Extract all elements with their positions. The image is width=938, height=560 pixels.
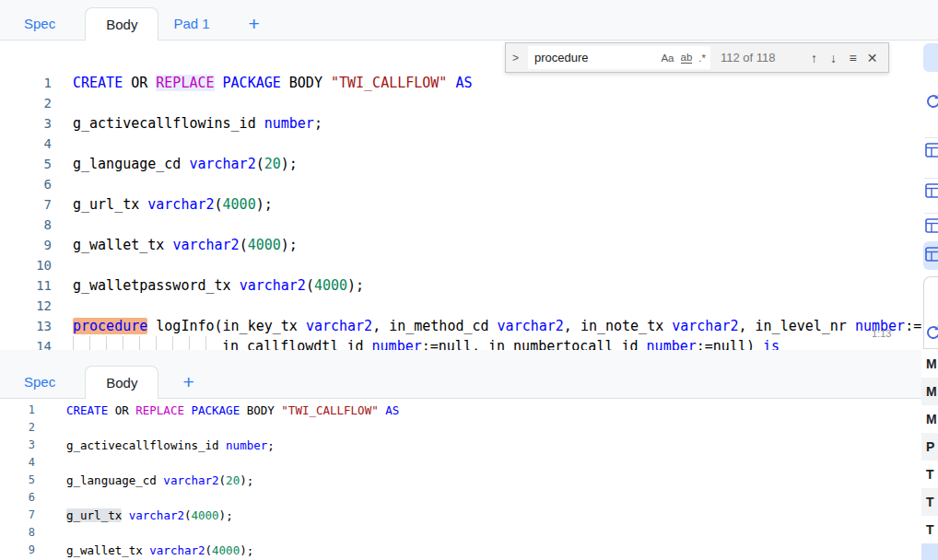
code-line: 1CREATE OR REPLACE PACKAGE BODY "TWI_CAL… — [0, 402, 921, 419]
line-number: 7 — [0, 507, 35, 524]
find-match-highlight: procedure — [73, 318, 147, 334]
right-rail-header — [921, 0, 938, 41]
cursor-position-indicator: 1:13 — [872, 328, 891, 339]
toggle-replace-button[interactable]: > — [512, 52, 526, 64]
line-number: 9 — [0, 542, 35, 559]
code-text: CREATE OR REPLACE PACKAGE BODY "TWI_CALL… — [66, 402, 399, 419]
code-line: 9g_wallet_tx varchar2(4000); — [0, 542, 921, 559]
table-icon[interactable] — [925, 183, 938, 198]
code-text: in_callflowdtl_id number:=null, in_numbe… — [73, 336, 780, 350]
code-line: 8 — [0, 215, 921, 235]
code-line: 5g_language_cd varchar2(20); — [0, 472, 921, 489]
code-line: 7g_url_tx varchar2(4000); — [0, 194, 921, 215]
line-number: 8 — [0, 215, 52, 235]
sync-icon[interactable] — [925, 324, 938, 341]
object-list-item-selected[interactable] — [921, 543, 938, 560]
object-list-item[interactable]: T — [921, 488, 938, 516]
code-text: g_url_tx varchar2(4000); — [66, 507, 233, 524]
line-number: 12 — [0, 296, 52, 316]
rail-selected-item[interactable] — [923, 43, 938, 72]
line-number: 2 — [0, 419, 35, 437]
code-line: 10 — [0, 255, 921, 275]
object-list-item[interactable]: M — [921, 378, 938, 405]
line-number: 13 — [0, 316, 52, 336]
code-text: g_wallet_tx varchar2(4000); — [73, 235, 298, 255]
code-line: 7g_url_tx varchar2(4000); — [0, 507, 921, 524]
tab-spec[interactable]: Spec — [9, 7, 70, 40]
find-in-selection-button[interactable]: ≡ — [843, 48, 862, 67]
code-line: 12 — [0, 296, 921, 316]
code-text: CREATE OR REPLACE PACKAGE BODY "TWI_CALL… — [73, 73, 473, 93]
code-line: 3g_activecallflowins_id number; — [0, 113, 921, 134]
bottom-tab-bar: SpecBody+ — [0, 350, 921, 399]
code-line: 9g_wallet_tx varchar2(4000); — [0, 235, 921, 255]
right-rail: MMMPTTT — [921, 0, 938, 560]
line-number: 1 — [0, 73, 52, 93]
line-number: 5 — [0, 472, 35, 489]
find-query-text: procedure — [534, 51, 654, 64]
next-match-button[interactable]: ↓ — [824, 48, 843, 67]
code-line: 6 — [0, 174, 921, 194]
code-line: 4 — [0, 134, 921, 154]
code-line: 5g_language_cd varchar2(20); — [0, 154, 921, 174]
code-text: g_walletpassword_tx varchar2(4000); — [73, 275, 364, 296]
object-list: MMMPTTT — [921, 350, 938, 560]
code-line: 3g_activecallflowins_id number; — [0, 437, 921, 454]
find-results-count: 112 of 118 — [721, 51, 776, 64]
bottom-code-area: 1CREATE OR REPLACE PACKAGE BODY "TWI_CAL… — [0, 402, 921, 559]
previous-match-button[interactable]: ↑ — [804, 48, 824, 67]
new-tab-button[interactable]: + — [170, 369, 206, 398]
close-find-button[interactable]: ✕ — [862, 48, 882, 67]
bottom-editor-pane[interactable]: 1CREATE OR REPLACE PACKAGE BODY "TWI_CAL… — [0, 399, 921, 560]
code-line: 14in_callflowdtl_id number:=null, in_num… — [0, 336, 921, 350]
line-number: 5 — [0, 154, 52, 174]
app-window: { "colors": { "accent_blue": "#2f7bf2", … — [0, 0, 938, 560]
refresh-icon[interactable] — [925, 93, 938, 110]
regex-icon[interactable]: .* — [698, 52, 706, 64]
line-number: 1 — [0, 402, 35, 419]
tab-spec[interactable]: Spec — [9, 366, 70, 398]
match-case-icon[interactable]: Aa — [661, 52, 674, 64]
code-line: 4 — [0, 454, 921, 472]
find-input[interactable]: procedure Aa ab .* — [528, 46, 710, 69]
object-list-item[interactable]: M — [921, 405, 938, 433]
code-line: 11g_walletpassword_tx varchar2(4000); — [0, 275, 921, 296]
tab-body[interactable]: Body — [85, 366, 158, 399]
table-icon[interactable] — [925, 143, 938, 158]
object-list-item[interactable]: M — [921, 350, 938, 378]
line-number: 2 — [0, 93, 52, 113]
indent-guides — [73, 336, 222, 350]
code-line: 8 — [0, 524, 921, 542]
line-number: 11 — [0, 275, 52, 296]
top-editor-pane[interactable]: 1CREATE OR REPLACE PACKAGE BODY "TWI_CAL… — [0, 41, 921, 350]
code-line: 1CREATE OR REPLACE PACKAGE BODY "TWI_CAL… — [0, 73, 921, 93]
object-list-item[interactable]: T — [921, 461, 938, 488]
line-number: 7 — [0, 194, 52, 215]
code-text: g_activecallflowins_id number; — [73, 113, 322, 134]
line-number: 3 — [0, 113, 52, 134]
new-tab-button[interactable]: + — [236, 11, 273, 40]
code-line: 13procedure logInfo(in_key_tx varchar2, … — [0, 316, 921, 336]
find-buttons: ↑ ↓ ≡ ✕ — [804, 48, 882, 67]
code-text: g_url_tx varchar2(4000); — [73, 194, 273, 215]
line-number: 8 — [0, 524, 35, 542]
code-line: 2 — [0, 419, 921, 437]
code-line: 2 — [0, 93, 921, 113]
object-list-item[interactable]: P — [921, 433, 938, 461]
line-number: 4 — [0, 134, 52, 154]
line-number: 6 — [0, 489, 35, 507]
code-text: g_language_cd varchar2(20); — [66, 472, 253, 489]
tab-pad-1[interactable]: Pad 1 — [158, 7, 224, 40]
line-number: 9 — [0, 235, 52, 255]
top-tab-bar: SpecBodyPad 1+ — [0, 0, 921, 41]
line-number: 14 — [0, 336, 52, 350]
table-icon[interactable] — [925, 218, 938, 233]
top-code-area: 1CREATE OR REPLACE PACKAGE BODY "TWI_CAL… — [0, 73, 921, 350]
line-number: 3 — [0, 437, 35, 454]
object-list-item[interactable]: T — [921, 516, 938, 543]
whole-word-icon[interactable]: ab — [681, 52, 693, 64]
tab-body[interactable]: Body — [85, 7, 158, 41]
table-icon[interactable] — [925, 247, 938, 262]
line-number: 10 — [0, 255, 52, 275]
code-text: procedure logInfo(in_key_tx varchar2, in… — [73, 316, 921, 336]
